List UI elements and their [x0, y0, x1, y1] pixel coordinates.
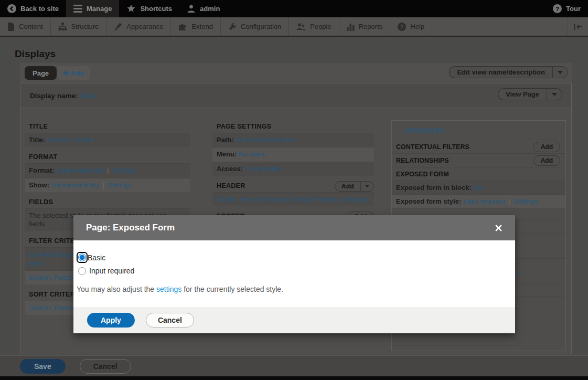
path-value-link[interactable]: /solr-search/content	[236, 136, 295, 144]
column-second: PAGE SETTINGS Path: /solr-search/content…	[212, 120, 374, 226]
contextual-filters-add-button[interactable]: Add	[533, 142, 560, 152]
note-text-before: You may also adjust the	[77, 285, 156, 293]
chevron-down-icon	[365, 185, 369, 187]
shortcuts-button[interactable]: Shortcuts	[119, 0, 179, 17]
modal-note: You may also adjust the settings for the…	[77, 285, 503, 293]
pipe-divider: |	[99, 181, 107, 189]
display-name-link[interactable]: Page	[80, 92, 95, 100]
menu-item-appearance[interactable]: Appearance	[106, 17, 171, 36]
toolbar-orientation-toggle[interactable]	[568, 17, 588, 36]
menu-item-extend[interactable]: Extend	[171, 17, 220, 36]
admin-menu-tray: Content Structure Appearance Extend Conf…	[0, 17, 588, 37]
modal-footer: Apply Cancel	[73, 307, 515, 333]
exposed-style-value-link[interactable]: Input required	[463, 197, 505, 205]
edit-view-name-button[interactable]: Edit view name/description	[449, 66, 568, 78]
show-value-link[interactable]: Rendered entity	[51, 181, 100, 189]
radio-selected-icon[interactable]	[77, 252, 88, 263]
form-actions: Save Cancel	[0, 355, 588, 376]
header-result-summary-link[interactable]: Global: Result summary (Global: Result s…	[217, 195, 369, 203]
menu-item-content[interactable]: Content	[0, 17, 51, 36]
exposed-style-label: Exposed form style:	[396, 197, 461, 205]
menu-item-label: Appearance	[126, 23, 163, 30]
access-row: Access: Unrestricted	[212, 162, 374, 176]
menu-item-label: Help	[410, 23, 424, 30]
section-page-settings: PAGE SETTINGS Path: /solr-search/content…	[212, 120, 374, 176]
edit-view-dropdown-toggle[interactable]	[552, 66, 568, 78]
contextual-filters-label: CONTEXTUAL FILTERS	[396, 143, 469, 151]
section-title-header: TITLE	[25, 120, 190, 133]
radio-basic-label[interactable]: Basic	[88, 254, 105, 262]
modal-cancel-button[interactable]: Cancel	[146, 313, 194, 328]
section-format: FORMAT Format: Unformatted list|Settings…	[25, 151, 190, 192]
display-tabs: Page Add Edit view name/description	[20, 63, 572, 83]
contextual-filters-row: CONTEXTUAL FILTERS Add	[392, 140, 565, 153]
radio-input-required-label[interactable]: Input required	[89, 267, 134, 275]
tour-label: Tour	[566, 5, 581, 13]
edit-view-name-label: Edit view name/description	[449, 66, 552, 78]
plus-icon	[63, 70, 69, 76]
title-label: Title:	[29, 136, 45, 144]
menu-item-label: People	[310, 23, 331, 30]
menu-item-configuration[interactable]: Configuration	[221, 17, 289, 36]
advanced-toggle-link[interactable]: ADVANCED	[392, 121, 565, 140]
hamburger-icon	[73, 3, 82, 14]
people-icon	[296, 23, 306, 31]
tab-page-display[interactable]: Page	[25, 66, 57, 80]
exposed-form-modal: Page: Exposed Form Basic Input required …	[73, 215, 515, 333]
format-label: Format:	[29, 166, 54, 174]
cancel-button[interactable]: Cancel	[80, 359, 131, 374]
menu-value-link[interactable]: No menu	[239, 150, 266, 158]
section-format-header: FORMAT	[25, 151, 190, 163]
view-page-button[interactable]: View Page	[498, 88, 562, 100]
title-value-link[interactable]: Search Content	[47, 136, 94, 144]
menu-item-reports[interactable]: Reports	[339, 17, 391, 36]
save-button[interactable]: Save	[20, 359, 66, 374]
path-row: Path: /solr-search/content	[212, 133, 374, 147]
admin-label: admin	[200, 5, 220, 13]
exposed-block-value-link[interactable]: Yes	[473, 184, 484, 192]
show-row: Show: Rendered entity|Settings	[25, 178, 190, 192]
modal-title: Page: Exposed Form	[86, 223, 493, 233]
pipe-divider: |	[104, 166, 112, 174]
format-settings-link[interactable]: Settings	[112, 166, 136, 174]
manage-menu-button[interactable]: Manage	[66, 0, 119, 17]
radio-option-input-required[interactable]: Input required	[77, 267, 503, 275]
settings-link[interactable]: settings	[156, 285, 181, 293]
star-icon	[126, 4, 136, 13]
access-value-link[interactable]: Unrestricted	[245, 165, 282, 173]
header-add-button[interactable]: Add	[335, 181, 374, 192]
show-settings-link[interactable]: Settings	[108, 181, 132, 189]
radio-option-basic[interactable]: Basic	[77, 252, 503, 263]
relationships-row: RELATIONSHIPS Add	[392, 153, 565, 167]
modal-header[interactable]: Page: Exposed Form	[73, 215, 515, 240]
clipped-link-fragment: o	[516, 268, 520, 276]
header-add-dropdown-toggle[interactable]	[360, 181, 374, 192]
relationships-add-button[interactable]: Add	[533, 155, 560, 166]
section-header-header: HEADER Add	[212, 180, 374, 192]
path-label: Path:	[217, 136, 234, 144]
tour-button[interactable]: ? Tour	[546, 0, 588, 17]
menu-item-structure[interactable]: Structure	[51, 17, 107, 36]
back-to-site-button[interactable]: Back to site	[0, 0, 66, 17]
header-item-row: Global: Result summary (Global: Result s…	[212, 192, 374, 206]
content-icon	[7, 23, 15, 31]
modal-body: Basic Input required You may also adjust…	[73, 240, 515, 293]
add-display-button[interactable]: Add	[57, 66, 90, 80]
exposed-style-settings-link[interactable]: Settings	[514, 197, 538, 205]
format-value-link[interactable]: Unformatted list	[56, 166, 104, 174]
svg-text:?: ?	[555, 5, 559, 12]
exposed-form-label: EXPOSED FORM	[396, 171, 449, 178]
apply-button[interactable]: Apply	[87, 313, 135, 328]
admin-user-button[interactable]: admin	[179, 0, 227, 17]
radio-unselected-icon[interactable]	[78, 267, 86, 275]
menu-item-people[interactable]: People	[289, 17, 339, 36]
view-page-dropdown-toggle[interactable]	[547, 88, 562, 100]
header-header-label: HEADER	[217, 182, 245, 189]
exposed-form-header-row: EXPOSED FORM	[392, 167, 565, 181]
collapse-arrow-icon	[573, 23, 583, 30]
structure-icon	[58, 23, 67, 31]
close-icon[interactable]	[493, 222, 505, 234]
svg-text:?: ?	[400, 24, 404, 30]
section-page-settings-header: PAGE SETTINGS	[212, 120, 374, 133]
menu-item-help[interactable]: ? Help	[390, 17, 432, 36]
